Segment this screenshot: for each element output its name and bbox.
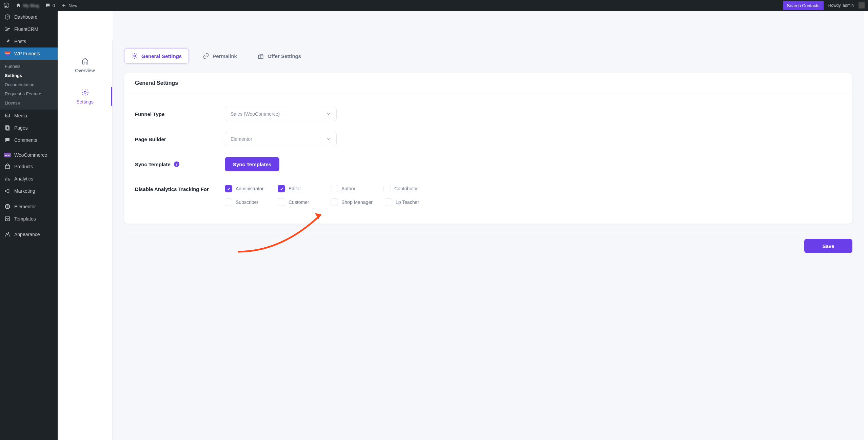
howdy-text[interactable]: Howdy, admin (828, 3, 854, 8)
comments-count: 0 (53, 3, 55, 8)
wp-admin-bar: My Blog 0 New Search Contacts Howdy, adm… (0, 0, 868, 11)
comments-link[interactable]: 0 (45, 3, 55, 8)
site-name: My Blog (23, 3, 39, 8)
wp-logo-icon[interactable] (3, 2, 9, 8)
user-avatar[interactable] (859, 2, 865, 8)
site-home-link[interactable]: My Blog (16, 3, 39, 8)
new-label: New (68, 3, 77, 8)
search-contacts-button[interactable]: Search Contacts (783, 1, 824, 10)
new-content-link[interactable]: New (61, 3, 77, 8)
